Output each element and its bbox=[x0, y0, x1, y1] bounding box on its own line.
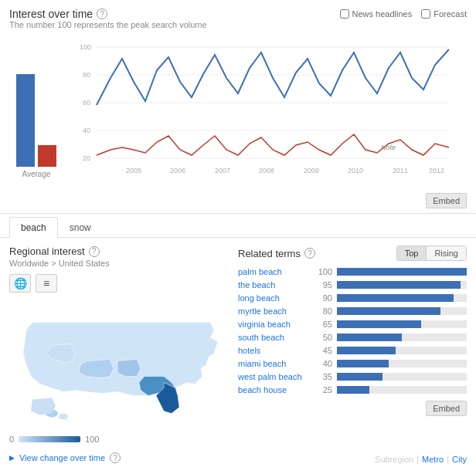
term-bar bbox=[337, 373, 382, 381]
term-link[interactable]: south beach bbox=[238, 333, 308, 342]
map-globe-button[interactable]: 🌐 bbox=[9, 274, 31, 293]
checkboxes-row: News headlines Forecast bbox=[340, 9, 467, 19]
term-value: 90 bbox=[312, 293, 332, 303]
term-link[interactable]: myrtle beach bbox=[238, 306, 308, 316]
term-value: 35 bbox=[312, 372, 332, 381]
svg-text:2009: 2009 bbox=[304, 167, 319, 174]
term-link[interactable]: long beach bbox=[238, 293, 308, 303]
term-bar bbox=[337, 307, 440, 315]
term-row: the beach95 bbox=[238, 280, 467, 289]
forecast-checkbox[interactable]: Forecast bbox=[421, 9, 467, 19]
term-bar bbox=[337, 268, 467, 276]
interest-title-col: Interest over time ? The number 100 repr… bbox=[9, 8, 207, 34]
view-change-link[interactable]: View change over time bbox=[19, 453, 105, 462]
pipe2: | bbox=[447, 455, 449, 464]
term-bar bbox=[337, 333, 402, 341]
term-row: miami beach40 bbox=[238, 359, 467, 368]
us-map-svg bbox=[9, 297, 226, 428]
embed-button-top[interactable]: Embed bbox=[426, 193, 467, 208]
tabs-row: beach snow bbox=[0, 217, 476, 238]
term-link[interactable]: the beach bbox=[238, 280, 308, 289]
term-link[interactable]: palm beach bbox=[238, 267, 308, 276]
triangle-icon: ▶ bbox=[9, 454, 15, 462]
view-change-help-icon[interactable]: ? bbox=[110, 452, 121, 463]
term-bar-container bbox=[337, 333, 467, 341]
term-link[interactable]: hotels bbox=[238, 346, 308, 355]
term-link[interactable]: virginia beach bbox=[238, 320, 308, 329]
forecast-label: Forecast bbox=[434, 9, 467, 19]
term-row: south beach50 bbox=[238, 333, 467, 342]
city-link[interactable]: City bbox=[452, 455, 467, 464]
regional-section: Regional interest ? Worldwide > United S… bbox=[9, 245, 226, 447]
interest-header: Interest over time ? The number 100 repr… bbox=[9, 8, 467, 34]
tab-beach[interactable]: beach bbox=[9, 217, 58, 238]
bottom-section: Regional interest ? Worldwide > United S… bbox=[0, 238, 476, 455]
avg-bars bbox=[16, 43, 56, 167]
forecast-input[interactable] bbox=[421, 9, 430, 19]
term-link[interactable]: miami beach bbox=[238, 359, 308, 368]
term-link[interactable]: west palm beach bbox=[238, 372, 308, 381]
svg-text:Note: Note bbox=[381, 144, 396, 151]
news-headlines-label: News headlines bbox=[352, 9, 413, 19]
term-bar bbox=[337, 347, 396, 354]
chart-main: 100 80 60 40 20 Note 2005 2006 bbox=[63, 36, 467, 190]
subregion-label: Subregion bbox=[375, 455, 413, 464]
map-wrapper bbox=[9, 297, 226, 428]
term-row: hotels45 bbox=[238, 346, 467, 355]
term-bar-container bbox=[337, 373, 467, 381]
top-rising-buttons: Top Rising bbox=[396, 245, 467, 261]
chart-container: Average 100 80 60 40 20 bbox=[9, 36, 467, 190]
metro-link[interactable]: Metro bbox=[422, 455, 444, 464]
bottom-left: ▶ View change over time ? bbox=[9, 452, 121, 463]
interest-help-icon[interactable]: ? bbox=[97, 8, 107, 19]
term-link[interactable]: beach house bbox=[238, 385, 308, 394]
embed-button-related[interactable]: Embed bbox=[426, 401, 467, 416]
list-icon: ≡ bbox=[43, 277, 49, 289]
term-bar-container bbox=[337, 360, 467, 367]
map-list-button[interactable]: ≡ bbox=[36, 274, 57, 293]
svg-text:60: 60 bbox=[83, 99, 90, 107]
news-headlines-checkbox[interactable]: News headlines bbox=[340, 9, 413, 19]
svg-text:100: 100 bbox=[80, 43, 91, 51]
subregion-row: Subregion | Metro | City bbox=[375, 455, 467, 464]
news-headlines-input[interactable] bbox=[340, 9, 349, 19]
term-value: 40 bbox=[312, 359, 332, 368]
term-value: 45 bbox=[312, 346, 332, 355]
globe-icon: 🌐 bbox=[14, 277, 27, 289]
term-row: beach house25 bbox=[238, 385, 467, 394]
term-bar-container bbox=[337, 268, 467, 276]
term-bar-container bbox=[337, 281, 467, 289]
tab-snow[interactable]: snow bbox=[58, 217, 103, 238]
pipe1: | bbox=[416, 455, 419, 464]
svg-point-20 bbox=[59, 414, 68, 420]
bottom-row: ▶ View change over time ? Subregion | Me… bbox=[0, 452, 476, 469]
svg-text:2010: 2010 bbox=[348, 167, 363, 174]
rising-button[interactable]: Rising bbox=[427, 246, 466, 260]
term-bar bbox=[337, 320, 421, 328]
avg-bar-beach bbox=[16, 74, 35, 167]
related-help-icon[interactable]: ? bbox=[304, 248, 315, 259]
regional-title-row: Regional interest ? bbox=[9, 245, 226, 257]
term-value: 80 bbox=[312, 306, 332, 316]
scale-gradient bbox=[19, 436, 80, 442]
related-section: Related terms ? Top Rising palm beach100… bbox=[238, 245, 467, 447]
svg-text:40: 40 bbox=[83, 127, 90, 134]
term-value: 50 bbox=[312, 333, 332, 342]
scale-row: 0 100 bbox=[9, 435, 226, 444]
term-row: palm beach100 bbox=[238, 267, 467, 276]
regional-help-icon[interactable]: ? bbox=[89, 246, 100, 257]
avg-bar-snow bbox=[38, 145, 56, 167]
svg-text:2008: 2008 bbox=[259, 167, 274, 174]
top-button[interactable]: Top bbox=[397, 246, 427, 260]
svg-text:80: 80 bbox=[83, 71, 90, 79]
term-bar-container bbox=[337, 386, 467, 394]
regional-title: Regional interest bbox=[9, 245, 85, 257]
term-row: west palm beach35 bbox=[238, 372, 467, 381]
chart-left: Average bbox=[9, 36, 63, 190]
term-value: 95 bbox=[312, 280, 332, 289]
term-bar-container bbox=[337, 320, 467, 328]
chart-svg: 100 80 60 40 20 Note 2005 2006 bbox=[63, 36, 467, 178]
interest-section: Interest over time ? The number 100 repr… bbox=[0, 0, 476, 214]
svg-text:20: 20 bbox=[83, 154, 90, 162]
terms-list: palm beach100the beach95long beach90myrt… bbox=[238, 267, 467, 394]
